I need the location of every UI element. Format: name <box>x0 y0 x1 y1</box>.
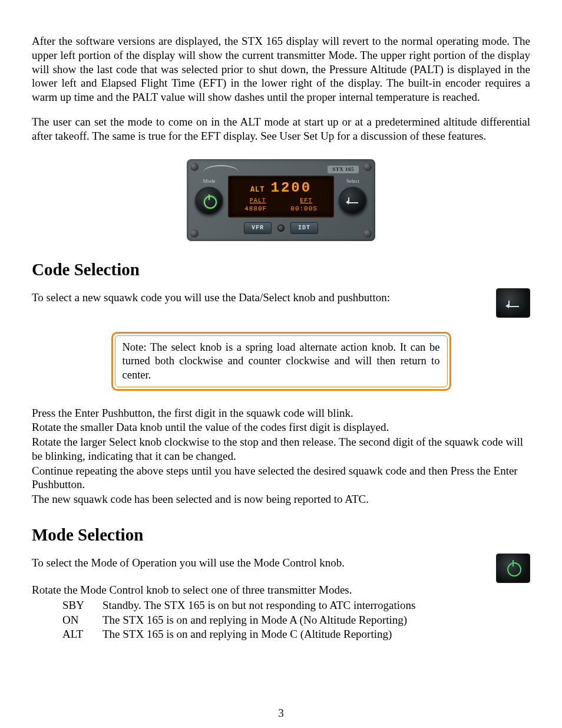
step-4: Continue repeating the above steps until… <box>32 464 530 492</box>
model-badge: STX 165 <box>328 166 359 173</box>
reply-led-icon <box>277 225 285 232</box>
idt-button[interactable]: IDT <box>290 222 318 235</box>
note-box: Note: The select knob is a spring load a… <box>111 332 451 390</box>
step-5: The new squawk code has been selected an… <box>32 492 530 506</box>
mode-desc: The STX 165 is on and replying in Mode C… <box>103 627 392 641</box>
lcd-eft-value: 00:00S <box>290 205 318 213</box>
code-selection-steps: Press the Enter Pushbutton, the first di… <box>32 406 530 506</box>
mode-selection-heading: Mode Selection <box>32 524 530 545</box>
mode-selection-intro: To select the Mode of Operation you will… <box>32 556 484 570</box>
select-data-knob[interactable] <box>339 187 367 215</box>
enter-knob-icon <box>496 288 530 318</box>
stx165-device: STX 165 Mode ALT 1200 PALT EFT 4880F 00:… <box>187 159 375 241</box>
power-knob-icon <box>496 554 530 583</box>
logo-icon <box>203 165 239 173</box>
mode-power-knob[interactable] <box>195 187 223 215</box>
mode-selection-lead: Rotate the Mode Control knob to select o… <box>32 583 530 597</box>
mode-desc: Standby. The STX 165 is on but not respo… <box>103 598 415 612</box>
mode-key: ON <box>62 613 90 627</box>
screw-icon <box>363 229 372 238</box>
code-selection-intro: To select a new squawk code you will use… <box>32 291 484 305</box>
device-figure: STX 165 Mode ALT 1200 PALT EFT 4880F 00:… <box>32 159 530 241</box>
mode-key: ALT <box>62 627 90 641</box>
page-number: 3 <box>32 706 530 720</box>
lcd-squawk-code: 1200 <box>271 179 312 197</box>
select-knob-label: Select <box>346 178 359 185</box>
note-text: Note: The select knob is a spring load a… <box>115 335 448 387</box>
lcd-palt-label: PALT <box>250 197 266 205</box>
lcd-mode: ALT <box>250 186 265 195</box>
screw-icon <box>363 163 372 171</box>
lcd-eft-label: EFT <box>300 197 312 205</box>
mode-knob-label: Mode <box>203 178 216 185</box>
mode-row-alt: ALT The STX 165 is on and replying in Mo… <box>62 627 530 641</box>
mode-key: SBY <box>62 598 90 612</box>
mode-row-on: ON The STX 165 is on and replying in Mod… <box>62 613 530 627</box>
step-1: Press the Enter Pushbutton, the first di… <box>32 406 530 420</box>
vfr-button[interactable]: VFR <box>244 222 272 235</box>
mode-table: SBY Standby. The STX 165 is on but not r… <box>62 598 530 641</box>
code-selection-heading: Code Selection <box>32 259 530 280</box>
intro-paragraph-2: The user can set the mode to come on in … <box>32 115 530 143</box>
mode-row-sby: SBY Standby. The STX 165 is on but not r… <box>62 598 530 612</box>
step-3: Rotate the larger Select knob clockwise … <box>32 435 530 463</box>
lcd-display: ALT 1200 PALT EFT 4880F 00:00S <box>228 176 334 217</box>
mode-desc: The STX 165 is on and replying in Mode A… <box>103 613 407 627</box>
intro-paragraph-1: After the software versions are displaye… <box>32 34 530 104</box>
lcd-palt-value: 4880F <box>244 205 267 213</box>
screw-icon <box>190 229 199 238</box>
step-2: Rotate the smaller Data knob until the v… <box>32 420 530 434</box>
